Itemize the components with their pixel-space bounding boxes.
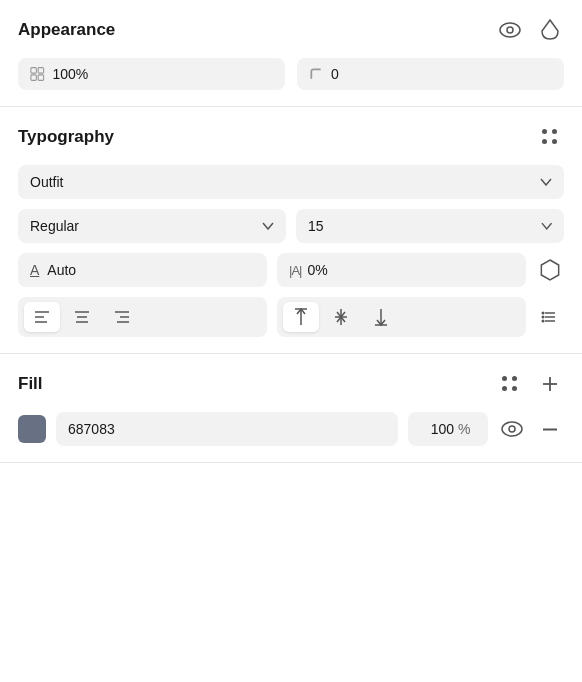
typography-options-icon[interactable] xyxy=(536,123,564,151)
corner-input[interactable] xyxy=(331,66,552,82)
visibility-icon[interactable] xyxy=(496,16,524,44)
four-dots-icon xyxy=(542,129,558,145)
typography-section: Typography Outfit Regular xyxy=(0,107,582,354)
font-size-input[interactable] xyxy=(308,218,541,234)
align-right-btn[interactable] xyxy=(104,302,140,332)
typography-title: Typography xyxy=(18,127,114,147)
valign-middle-btn[interactable] xyxy=(323,302,359,332)
kerning-value: 0% xyxy=(307,262,327,278)
svg-rect-5 xyxy=(38,75,43,80)
percent-symbol: % xyxy=(458,421,470,437)
svg-rect-2 xyxy=(31,68,36,73)
svg-point-30 xyxy=(502,422,522,436)
appearance-title: Appearance xyxy=(18,20,115,40)
color-hex-input[interactable] xyxy=(68,421,386,437)
font-style-label: Regular xyxy=(30,218,79,234)
text-transform-btn[interactable]: A Auto xyxy=(18,253,267,287)
hexagon-icon[interactable] xyxy=(536,256,564,284)
fill-opacity-field[interactable]: % xyxy=(408,412,488,446)
svg-point-26 xyxy=(542,316,545,319)
align-left-btn[interactable] xyxy=(24,302,60,332)
kerning-icon: |A| xyxy=(289,263,301,278)
appearance-section: Appearance xyxy=(0,0,582,107)
font-style-select[interactable]: Regular xyxy=(18,209,286,243)
font-size-field[interactable] xyxy=(296,209,564,243)
appearance-controls xyxy=(18,58,564,90)
font-family-select[interactable]: Outfit xyxy=(18,165,564,199)
opacity-input[interactable] xyxy=(53,66,273,82)
font-family-row: Outfit xyxy=(18,165,564,199)
transform-a-icon: A xyxy=(30,262,39,278)
fill-header: Fill xyxy=(18,370,564,398)
font-style-row: Regular xyxy=(18,209,564,243)
typography-more-options-btn[interactable] xyxy=(536,303,564,331)
fill-title: Fill xyxy=(18,374,43,394)
svg-point-31 xyxy=(509,426,515,432)
svg-rect-4 xyxy=(31,75,36,80)
transform-value: Auto xyxy=(47,262,76,278)
corner-field[interactable] xyxy=(297,58,564,90)
svg-point-25 xyxy=(542,312,545,315)
svg-point-1 xyxy=(507,27,513,33)
fill-section: Fill % xyxy=(0,354,582,463)
transform-kerning-row: A Auto |A| 0% xyxy=(18,253,564,287)
add-fill-btn[interactable] xyxy=(536,370,564,398)
fill-icon[interactable] xyxy=(536,16,564,44)
typography-header: Typography xyxy=(18,123,564,151)
h-align-group xyxy=(18,297,267,337)
font-family-label: Outfit xyxy=(30,174,63,190)
alignment-row xyxy=(18,297,564,337)
appearance-header: Appearance xyxy=(18,16,564,44)
color-swatch[interactable] xyxy=(18,415,46,443)
fill-visibility-icon[interactable] xyxy=(498,415,526,443)
fill-opacity-input[interactable] xyxy=(418,421,454,437)
valign-top-btn[interactable] xyxy=(283,302,319,332)
four-dots-icon-fill xyxy=(502,376,518,392)
v-align-group xyxy=(277,297,526,337)
svg-rect-3 xyxy=(38,68,43,73)
align-center-btn[interactable] xyxy=(64,302,100,332)
svg-point-0 xyxy=(500,23,520,37)
opacity-field[interactable] xyxy=(18,58,285,90)
fill-dots-icon[interactable] xyxy=(496,370,524,398)
remove-fill-btn[interactable] xyxy=(536,415,564,443)
svg-point-27 xyxy=(542,320,545,323)
fill-row: % xyxy=(18,412,564,446)
kerning-btn[interactable]: |A| 0% xyxy=(277,253,526,287)
color-hex-field[interactable] xyxy=(56,412,398,446)
appearance-header-icons xyxy=(496,16,564,44)
valign-bottom-btn[interactable] xyxy=(363,302,399,332)
